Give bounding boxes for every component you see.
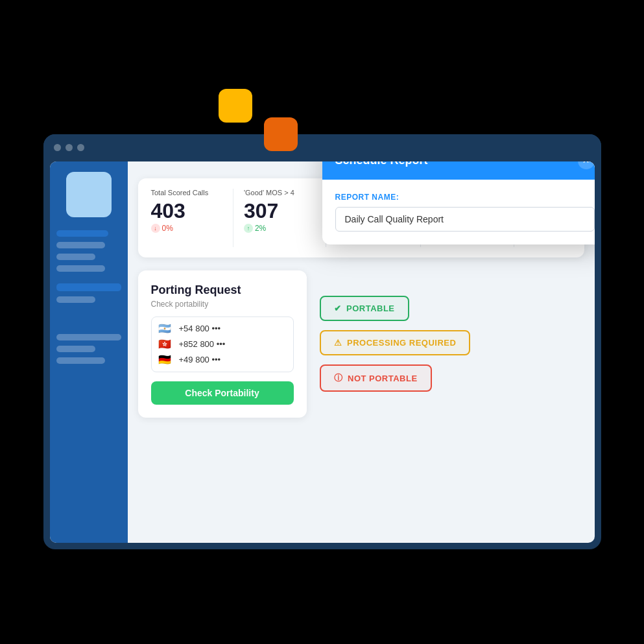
badge-processing-label: PROCESSING REQUIRED [347, 338, 456, 348]
porting-title: Porting Request [151, 283, 294, 297]
sidebar-item-3[interactable] [56, 254, 95, 260]
sidebar-item-8[interactable] [56, 346, 95, 352]
flag-hongkong: 🇭🇰 [158, 339, 174, 350]
chrome-dot-3 [77, 144, 84, 151]
phone-item-1: 🇦🇷 +54 800 ••• [158, 324, 287, 334]
field-label-report-name: REPORT NAME: [335, 193, 595, 202]
badge-processing: ⚠ PROCESSING REQUIRED [320, 330, 471, 355]
phone-number-3: +49 800 ••• [179, 355, 221, 364]
main-content-area: Total Scored Calls 403 ↓ 0% 'Good' MOS >… [128, 161, 595, 543]
stat-arrow-good: ↑ [244, 224, 253, 233]
porting-subtitle: Check portability [151, 300, 294, 309]
badge-processing-icon: ⚠ [334, 338, 342, 348]
phone-number-1: +54 800 ••• [179, 324, 221, 333]
sidebar-avatar [66, 172, 112, 217]
modal-body: REPORT NAME: [322, 180, 595, 244]
stat-value-total: 403 [151, 200, 222, 221]
sidebar-item-9[interactable] [56, 357, 105, 364]
phone-item-2: 🇭🇰 +852 800 ••• [158, 339, 287, 350]
stat-arrow-total: ↓ [151, 224, 160, 233]
schedule-report-modal: Schedule Report × REPORT NAME: [322, 161, 595, 244]
stat-value-good: 307 [244, 200, 315, 221]
porting-request-card: Porting Request Check portability 🇦🇷 +54… [138, 270, 307, 418]
badge-portable-icon: ✔ [334, 304, 342, 313]
flag-germany: 🇩🇪 [158, 355, 174, 365]
chrome-dot-2 [66, 144, 73, 151]
modal-title: Schedule Report [335, 161, 428, 168]
badge-not-portable-icon: ⓘ [334, 372, 343, 384]
stat-label-total: Total Scored Calls [151, 189, 222, 197]
deco-yellow-square [219, 89, 252, 123]
browser-chrome-bar [43, 134, 601, 161]
phone-list: 🇦🇷 +54 800 ••• 🇭🇰 +852 800 ••• 🇩🇪 +49 80… [151, 316, 294, 372]
modal-overlay: Schedule Report × REPORT NAME: [322, 161, 595, 244]
chrome-dot-1 [54, 144, 61, 151]
modal-close-button[interactable]: × [578, 161, 595, 169]
badge-portable: ✔ PORTABLE [320, 296, 409, 321]
modal-header: Schedule Report × [322, 161, 595, 180]
badge-not-portable: ⓘ NOT PORTABLE [320, 364, 432, 392]
sidebar-item-2[interactable] [56, 242, 105, 248]
main-scene: Total Scored Calls 403 ↓ 0% 'Good' MOS >… [43, 89, 601, 556]
deco-orange-square [264, 117, 298, 151]
sidebar-item-5[interactable] [56, 283, 121, 291]
stat-pct-total: 0% [162, 224, 173, 233]
bottom-section: Porting Request Check portability 🇦🇷 +54… [138, 270, 584, 418]
stat-label-good: 'Good' MOS > 4 [244, 189, 315, 197]
flag-argentina: 🇦🇷 [158, 324, 174, 334]
browser-window: Total Scored Calls 403 ↓ 0% 'Good' MOS >… [43, 134, 601, 549]
phone-number-2: +852 800 ••• [179, 339, 226, 349]
check-portability-button[interactable]: Check Portability [151, 381, 294, 405]
phone-item-3: 🇩🇪 +49 800 ••• [158, 355, 287, 365]
sidebar-item-7[interactable] [56, 334, 121, 340]
stat-good: 'Good' MOS > 4 307 ↑ 2% [244, 189, 326, 247]
browser-content: Total Scored Calls 403 ↓ 0% 'Good' MOS >… [50, 161, 595, 543]
report-name-input[interactable] [335, 207, 595, 232]
stat-change-total: ↓ 0% [151, 224, 222, 233]
sidebar-item-1[interactable] [56, 230, 108, 237]
stat-change-good: ↑ 2% [244, 224, 315, 233]
sidebar-item-6[interactable] [56, 296, 95, 303]
sidebar [50, 161, 128, 543]
stat-pct-good: 2% [255, 224, 266, 233]
status-badges-container: ✔ PORTABLE ⚠ PROCESSING REQUIRED ⓘ NOT P… [320, 270, 584, 418]
stat-total-calls: Total Scored Calls 403 ↓ 0% [151, 189, 233, 247]
sidebar-item-4[interactable] [56, 265, 105, 272]
badge-portable-label: PORTABLE [346, 304, 395, 313]
badge-not-portable-label: NOT PORTABLE [348, 374, 418, 383]
